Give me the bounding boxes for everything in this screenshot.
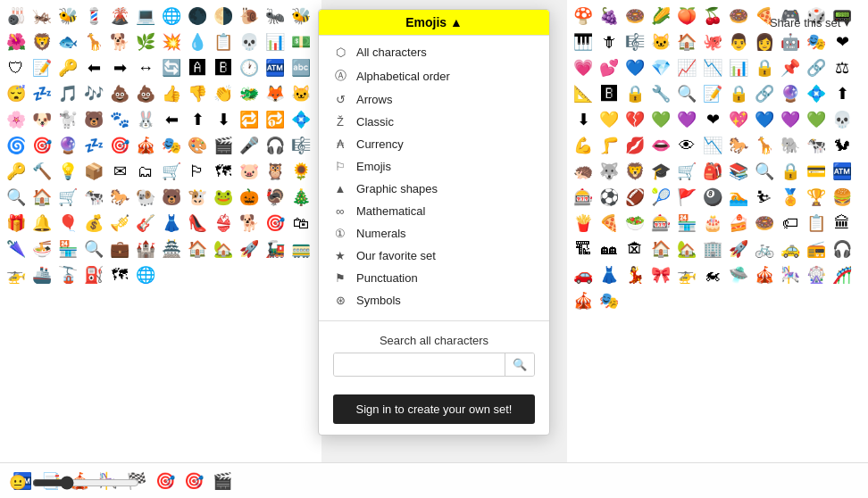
emoji-cell[interactable]: 🏠: [648, 237, 673, 261]
emoji-cell[interactable]: 🏅: [778, 185, 803, 210]
emoji-cell[interactable]: 🐎: [726, 133, 751, 158]
emoji-cell[interactable]: 🎪: [571, 288, 596, 313]
emoji-cell[interactable]: 🦊: [263, 81, 288, 106]
emoji-cell[interactable]: 💋: [622, 133, 647, 158]
emoji-cell[interactable]: 🎁: [4, 211, 29, 236]
emoji-cell[interactable]: 🎶: [81, 81, 106, 106]
emoji-cell[interactable]: 🐾: [107, 107, 132, 132]
emoji-cell[interactable]: 🎯: [107, 133, 132, 158]
emoji-cell[interactable]: 🔒: [778, 159, 803, 184]
emoji-cell[interactable]: 📦: [81, 159, 106, 184]
emoji-cell[interactable]: 🚁: [4, 262, 29, 287]
emoji-cell[interactable]: 🐱: [288, 81, 313, 106]
emoji-cell[interactable]: 🐮: [185, 185, 210, 210]
emoji-cell[interactable]: 📊: [263, 29, 288, 54]
share-button[interactable]: Share this set ▾: [770, 16, 850, 29]
emoji-cell[interactable]: 🎹: [571, 29, 596, 54]
menu-item-symbols[interactable]: ⊛Symbols: [319, 289, 549, 311]
emoji-cell[interactable]: 💻: [133, 4, 158, 29]
dropdown-header[interactable]: Emojis ▲: [319, 10, 549, 35]
emoji-cell[interactable]: 🎪: [752, 262, 777, 287]
emoji-cell[interactable]: 🔒: [726, 81, 751, 106]
emoji-cell[interactable]: 💚: [804, 107, 829, 132]
emoji-cell[interactable]: 🚂: [263, 237, 288, 261]
emoji-cell[interactable]: 🏠: [29, 185, 54, 210]
emoji-cell[interactable]: 🎨: [185, 133, 210, 158]
emoji-cell[interactable]: 🌿: [133, 29, 158, 54]
emoji-cell[interactable]: 🦗: [29, 4, 54, 29]
emoji-cell[interactable]: 💪: [571, 133, 596, 158]
emoji-cell[interactable]: ❤: [830, 29, 855, 54]
emoji-cell[interactable]: 🐎: [107, 185, 132, 210]
emoji-cell[interactable]: 🔮: [55, 133, 80, 158]
emoji-cell[interactable]: 🐲: [237, 81, 262, 106]
emoji-cell[interactable]: 💈: [81, 4, 106, 29]
emoji-cell[interactable]: 🐕: [237, 211, 262, 236]
emoji-cell[interactable]: 🎰: [648, 211, 673, 236]
emoji-cell[interactable]: 🦁: [29, 29, 54, 54]
emoji-cell[interactable]: 🦉: [263, 159, 288, 184]
emoji-cell[interactable]: 🛒: [159, 159, 184, 184]
emoji-cell[interactable]: 🚢: [29, 262, 54, 287]
emoji-cell[interactable]: 💜: [778, 107, 803, 132]
emoji-cell[interactable]: 💔: [622, 107, 647, 132]
emoji-cell[interactable]: ➡: [107, 55, 132, 80]
emoji-cell[interactable]: 🗺: [211, 159, 236, 184]
emoji-cell[interactable]: 🔍: [752, 159, 777, 184]
emoji-cell[interactable]: ⬇: [571, 107, 596, 132]
emoji-cell[interactable]: 🐸: [211, 185, 236, 210]
emoji-cell[interactable]: 👠: [185, 211, 210, 236]
menu-item-arrows[interactable]: ↺Arrows: [319, 88, 549, 111]
emoji-cell[interactable]: 🚡: [55, 262, 80, 287]
emoji-cell[interactable]: 🐌: [237, 4, 262, 29]
emoji-cell[interactable]: 🎵: [55, 81, 80, 106]
emoji-cell[interactable]: 🔨: [29, 159, 54, 184]
emoji-cell[interactable]: 🐝: [55, 4, 80, 29]
emoji-cell[interactable]: 🏯: [159, 237, 184, 261]
emoji-cell[interactable]: 🍜: [29, 237, 54, 261]
emoji-cell[interactable]: 💩: [133, 81, 158, 106]
emoji-cell[interactable]: 📉: [700, 133, 725, 158]
emoji-cell[interactable]: 🎸: [133, 211, 158, 236]
emoji-cell[interactable]: 🍄: [571, 4, 596, 29]
emoji-cell[interactable]: 🍇: [597, 4, 622, 29]
emoji-cell[interactable]: ⬅: [159, 107, 184, 132]
emoji-cell[interactable]: 🎓: [648, 159, 673, 184]
emoji-cell[interactable]: 📋: [804, 211, 829, 236]
emoji-cell[interactable]: 🌐: [159, 4, 184, 29]
emoji-cell[interactable]: 🛒: [55, 185, 80, 210]
emoji-cell[interactable]: 🛡: [4, 55, 29, 80]
emoji-cell[interactable]: 🍕: [597, 211, 622, 236]
emoji-cell[interactable]: 🌺: [4, 29, 29, 54]
emoji-cell[interactable]: 🎼: [288, 133, 313, 158]
emoji-cell[interactable]: 🐿: [830, 133, 855, 158]
emoji-cell[interactable]: 🐶: [29, 107, 54, 132]
emoji-cell[interactable]: 🏘: [597, 237, 622, 261]
emoji-cell[interactable]: 🚩: [674, 185, 699, 210]
emoji-cell[interactable]: 🐻: [81, 107, 106, 132]
emoji-cell[interactable]: 💃: [622, 262, 647, 287]
emoji-cell[interactable]: ⛽: [81, 262, 106, 287]
emoji-cell[interactable]: 🔍: [4, 185, 29, 210]
emoji-cell[interactable]: 👎: [185, 81, 210, 106]
emoji-cell[interactable]: 🌐: [133, 262, 158, 287]
emoji-cell[interactable]: 👙: [211, 211, 236, 236]
emoji-cell[interactable]: 🐏: [133, 185, 158, 210]
emoji-cell[interactable]: 🏠: [185, 237, 210, 261]
emoji-cell[interactable]: 💙: [622, 55, 647, 80]
emoji-cell[interactable]: 🎰: [571, 185, 596, 210]
emoji-cell[interactable]: 👗: [597, 262, 622, 287]
emoji-cell[interactable]: 🎯: [263, 211, 288, 236]
emoji-cell[interactable]: 🏪: [55, 237, 80, 261]
emoji-cell[interactable]: 🏰: [133, 237, 158, 261]
emoji-cell[interactable]: 🚁: [674, 262, 699, 287]
emoji-cell[interactable]: 🏗: [571, 237, 596, 261]
emoji-cell[interactable]: 🍩: [622, 4, 647, 29]
emoji-cell[interactable]: 🎒: [700, 159, 725, 184]
emoji-cell[interactable]: 🏢: [700, 237, 725, 261]
emoji-cell[interactable]: 🥗: [622, 211, 647, 236]
emoji-cell[interactable]: 🔍: [674, 81, 699, 106]
emoji-cell[interactable]: 🎂: [700, 211, 725, 236]
emoji-cell[interactable]: 🦃: [263, 185, 288, 210]
menu-item-numerals[interactable]: ①Numerals: [319, 222, 549, 245]
